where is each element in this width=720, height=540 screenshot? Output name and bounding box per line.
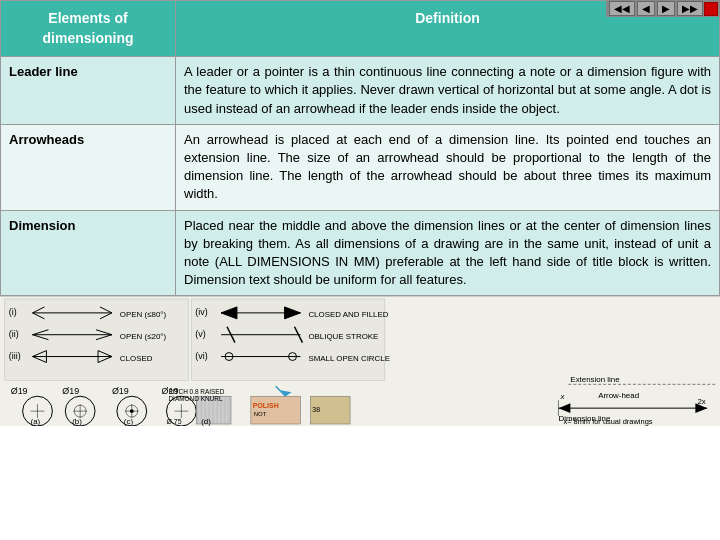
svg-text:OPEN (≤20°): OPEN (≤20°) (120, 332, 167, 341)
svg-text:x= 8mm for usual drawings: x= 8mm for usual drawings (563, 417, 652, 426)
svg-text:PITCH 0.8 RAISED: PITCH 0.8 RAISED (168, 388, 224, 395)
svg-text:(v): (v) (195, 329, 205, 339)
nav-last-button[interactable]: ▶▶ (677, 1, 703, 16)
leader-line-definition: A leader or a pointer is a thin continuo… (176, 57, 720, 125)
arrowheads-label: Arrowheads (1, 124, 176, 210)
svg-text:(d): (d) (201, 417, 211, 426)
svg-point-53 (130, 409, 134, 413)
nav-prev-button[interactable]: ◀ (637, 1, 655, 16)
svg-text:2x: 2x (697, 397, 705, 406)
dimension-definition: Placed near the middle and above the dim… (176, 210, 720, 296)
svg-text:POLISH: POLISH (253, 402, 279, 409)
table-row: Dimension Placed near the middle and abo… (1, 210, 720, 296)
leader-line-label: Leader line (1, 57, 176, 125)
svg-text:Ø19: Ø19 (62, 386, 79, 396)
nav-bar: ◀◀ ◀ ▶ ▶▶ (606, 0, 720, 17)
svg-text:(i): (i) (9, 307, 17, 317)
table-row: Arrowheads An arrowhead is placed at eac… (1, 124, 720, 210)
svg-text:Ø19: Ø19 (112, 386, 129, 396)
diagram-section: (i) OPEN (≤80°) (ii) OPEN (≤20°) (iii) (0, 296, 720, 426)
svg-text:OBLIQUE STROKE: OBLIQUE STROKE (308, 332, 378, 341)
svg-text:Extension line: Extension line (570, 376, 620, 385)
svg-text:CLOSED: CLOSED (120, 354, 153, 363)
main-container: ◀◀ ◀ ▶ ▶▶ Elements of dimensioning Defin… (0, 0, 720, 540)
table-row: Leader line A leader or a pointer is a t… (1, 57, 720, 125)
svg-text:DIAMOND KNURL: DIAMOND KNURL (168, 395, 222, 402)
svg-text:38: 38 (312, 406, 320, 413)
nav-next-button[interactable]: ▶ (657, 1, 675, 16)
svg-text:Arrow-head: Arrow-head (598, 391, 639, 400)
svg-text:(vi): (vi) (195, 351, 207, 361)
nav-first-button[interactable]: ◀◀ (609, 1, 635, 16)
svg-text:Ø.75: Ø.75 (166, 418, 181, 425)
arrowheads-definition: An arrowhead is placed at each end of a … (176, 124, 720, 210)
dimensioning-table: Elements of dimensioning Definition Lead… (0, 0, 720, 296)
svg-text:Ø19: Ø19 (11, 386, 28, 396)
svg-text:OPEN (≤80°): OPEN (≤80°) (120, 310, 167, 319)
svg-text:(ii): (ii) (9, 329, 19, 339)
nav-close-button[interactable] (704, 2, 718, 16)
diagram-svg: (i) OPEN (≤80°) (ii) OPEN (≤20°) (iii) (0, 297, 720, 426)
dimension-label: Dimension (1, 210, 176, 296)
svg-text:(c): (c) (124, 417, 134, 426)
col-elements-header: Elements of dimensioning (1, 1, 176, 57)
svg-text:(f): (f) (320, 424, 328, 426)
svg-text:(b): (b) (72, 417, 82, 426)
svg-text:(iii): (iii) (9, 351, 21, 361)
svg-text:NOT: NOT (254, 411, 267, 417)
svg-text:(a): (a) (31, 417, 41, 426)
svg-text:SMALL OPEN CIRCLE: SMALL OPEN CIRCLE (308, 354, 390, 363)
definition-header-text: Definition (415, 10, 480, 26)
svg-text:(iv): (iv) (195, 307, 207, 317)
svg-text:(e): (e) (259, 424, 269, 426)
svg-text:CLOSED AND FILLED: CLOSED AND FILLED (308, 310, 388, 319)
elements-header-text: Elements of dimensioning (43, 10, 134, 46)
